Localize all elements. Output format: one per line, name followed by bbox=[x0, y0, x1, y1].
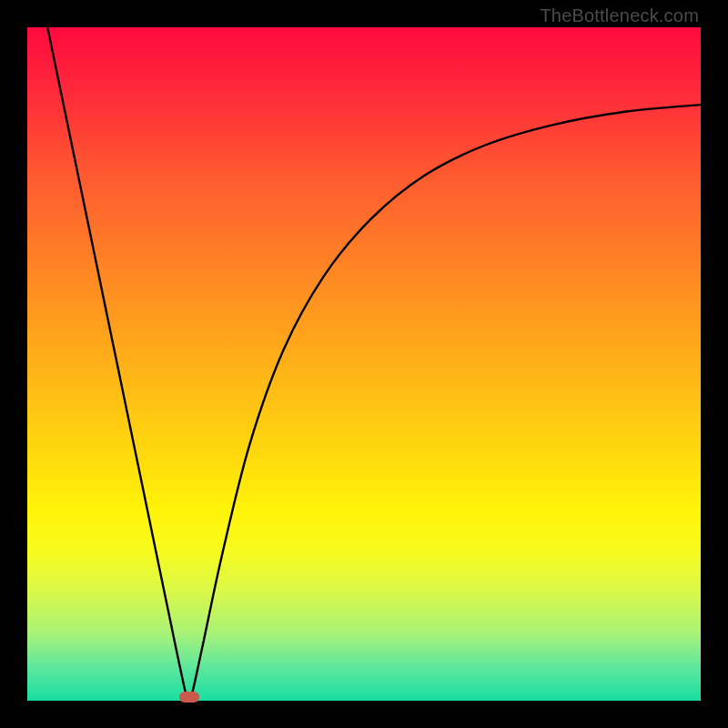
bottleneck-curve bbox=[47, 27, 701, 701]
chart-frame: TheBottleneck.com bbox=[0, 0, 728, 728]
watermark-text: TheBottleneck.com bbox=[540, 5, 699, 26]
curve-svg bbox=[27, 27, 701, 701]
minimum-marker bbox=[179, 692, 199, 703]
plot-area bbox=[27, 27, 701, 701]
